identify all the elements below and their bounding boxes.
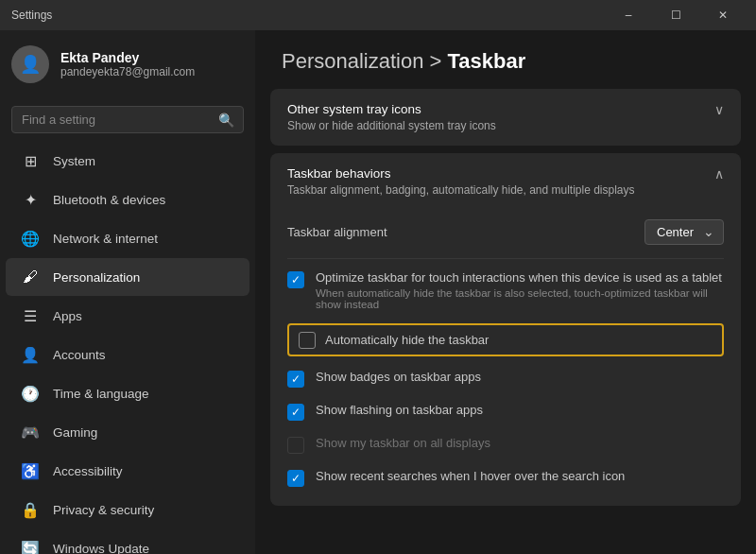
sidebar-item-accounts[interactable]: 👤 Accounts (6, 336, 249, 373)
avatar: 👤 (11, 45, 49, 83)
flashing-row[interactable]: ✓ Show flashing on taskbar apps (287, 395, 724, 428)
sidebar-item-apps[interactable]: ☰ Apps (6, 297, 249, 335)
auto-hide-label: Automatically hide the taskbar (325, 333, 489, 347)
chevron-up-icon: ∧ (714, 166, 724, 182)
sidebar-item-accessibility[interactable]: ♿ Accessibility (6, 452, 249, 490)
user-info: Ekta Pandey pandeyekta78@gmail.com (60, 50, 195, 78)
breadcrumb-parent: Personalization (282, 49, 423, 73)
sidebar-item-label: System (53, 154, 95, 168)
breadcrumb-header: Personalization > Taskbar (255, 30, 756, 89)
breadcrumb-separator: > (430, 49, 448, 73)
system-icon: ⊞ (21, 151, 40, 170)
recent-searches-text: Show recent searches when I hover over t… (316, 469, 625, 483)
alignment-row: Taskbar alignment Left Center (287, 210, 724, 254)
flashing-label: Show flashing on taskbar apps (316, 403, 483, 417)
breadcrumb-current: Taskbar (448, 49, 526, 73)
sidebar-item-label: Privacy & security (53, 503, 154, 517)
all-displays-label: Show my taskbar on all displays (316, 436, 490, 450)
close-button[interactable]: ✕ (701, 0, 745, 30)
sidebar-item-label: Windows Update (53, 542, 149, 555)
accounts-icon: 👤 (21, 345, 40, 364)
network-icon: 🌐 (21, 229, 40, 248)
sidebar-item-update[interactable]: 🔄 Windows Update (6, 529, 249, 554)
all-displays-text: Show my taskbar on all displays (316, 436, 490, 450)
user-email: pandeyekta78@gmail.com (60, 65, 195, 78)
touch-opt-text: Optimize taskbar for touch interactions … (316, 270, 724, 310)
system-tray-section: Other system tray icons Show or hide add… (270, 89, 741, 146)
minimize-button[interactable]: – (607, 0, 650, 30)
title-bar: Settings – ☐ ✕ (0, 0, 756, 30)
auto-hide-checkbox[interactable] (299, 332, 316, 349)
sidebar: 👤 Ekta Pandey pandeyekta78@gmail.com 🔍 ⊞… (0, 30, 255, 554)
search-container: 🔍 (0, 98, 255, 141)
recent-searches-label: Show recent searches when I hover over t… (316, 469, 625, 483)
auto-hide-highlight[interactable]: Automatically hide the taskbar (287, 323, 724, 356)
sidebar-item-label: Accessibility (53, 464, 123, 478)
search-icon: 🔍 (218, 113, 234, 128)
sidebar-item-label: Network & internet (53, 232, 158, 246)
content-area: Personalization > Taskbar Other system t… (255, 30, 756, 554)
recent-searches-row[interactable]: ✓ Show recent searches when I hover over… (287, 461, 724, 494)
sidebar-item-label: Bluetooth & devices (53, 193, 165, 207)
sidebar-item-bluetooth[interactable]: ✦ Bluetooth & devices (6, 181, 249, 218)
sidebar-item-label: Time & language (53, 387, 149, 401)
sidebar-item-system[interactable]: ⊞ System (6, 142, 249, 180)
recent-searches-checkbox[interactable]: ✓ (287, 470, 304, 487)
window-controls: – ☐ ✕ (607, 0, 745, 30)
divider (287, 258, 724, 259)
sidebar-item-label: Gaming (53, 425, 97, 440)
update-icon: 🔄 (21, 539, 40, 554)
system-tray-subtitle: Show or hide additional system tray icon… (287, 119, 496, 132)
apps-icon: ☰ (21, 306, 40, 325)
accessibility-icon: ♿ (21, 461, 40, 480)
time-icon: 🕐 (21, 384, 40, 403)
touch-opt-checkbox[interactable]: ✓ (287, 271, 304, 288)
badges-label: Show badges on taskbar apps (316, 370, 481, 384)
flashing-text: Show flashing on taskbar apps (316, 403, 483, 417)
flashing-checkbox[interactable]: ✓ (287, 404, 304, 421)
app-body: 👤 Ekta Pandey pandeyekta78@gmail.com 🔍 ⊞… (0, 30, 756, 554)
section-header-left: Other system tray icons Show or hide add… (287, 102, 496, 132)
bluetooth-icon: ✦ (21, 190, 40, 209)
taskbar-behaviors-content: Taskbar alignment Left Center ✓ Optimize… (270, 210, 741, 506)
taskbar-behaviors-title: Taskbar behaviors (287, 166, 635, 181)
sidebar-item-time[interactable]: 🕐 Time & language (6, 374, 249, 412)
system-tray-header[interactable]: Other system tray icons Show or hide add… (270, 89, 741, 146)
sidebar-item-privacy[interactable]: 🔒 Privacy & security (6, 491, 249, 528)
touch-opt-sublabel: When automatically hide the taskbar is a… (316, 287, 724, 310)
gaming-icon: 🎮 (21, 423, 40, 441)
alignment-label: Taskbar alignment (287, 225, 387, 239)
touch-opt-label: Optimize taskbar for touch interactions … (316, 270, 724, 285)
badges-row[interactable]: ✓ Show badges on taskbar apps (287, 362, 724, 395)
sidebar-item-label: Personalization (53, 270, 140, 285)
personalization-icon: 🖌 (21, 268, 40, 286)
taskbar-behaviors-header[interactable]: Taskbar behaviors Taskbar alignment, bad… (270, 153, 741, 210)
user-profile[interactable]: 👤 Ekta Pandey pandeyekta78@gmail.com (0, 30, 255, 98)
taskbar-behaviors-subtitle: Taskbar alignment, badging, automaticall… (287, 183, 635, 197)
all-displays-row: Show my taskbar on all displays (287, 428, 724, 461)
maximize-button[interactable]: ☐ (654, 0, 697, 30)
all-displays-checkbox (287, 437, 304, 454)
search-input[interactable] (11, 106, 244, 133)
system-tray-title: Other system tray icons (287, 102, 496, 116)
sidebar-item-label: Apps (53, 309, 82, 323)
taskbar-behaviors-section: Taskbar behaviors Taskbar alignment, bad… (270, 153, 741, 506)
badges-checkbox[interactable]: ✓ (287, 371, 304, 388)
alignment-dropdown-wrap: Left Center (644, 219, 724, 245)
section-header-left: Taskbar behaviors Taskbar alignment, bad… (287, 166, 635, 197)
user-name: Ekta Pandey (60, 50, 195, 65)
touch-opt-row[interactable]: ✓ Optimize taskbar for touch interaction… (287, 263, 724, 318)
breadcrumb: Personalization > Taskbar (282, 49, 525, 73)
chevron-down-icon: ∨ (714, 102, 724, 117)
privacy-icon: 🔒 (21, 500, 40, 519)
sidebar-item-label: Accounts (53, 348, 106, 362)
sidebar-item-gaming[interactable]: 🎮 Gaming (6, 413, 249, 451)
sidebar-item-personalization[interactable]: 🖌 Personalization (6, 258, 249, 296)
nav-list: ⊞ System ✦ Bluetooth & devices 🌐 Network… (0, 141, 255, 554)
app-title: Settings (11, 9, 52, 22)
alignment-dropdown[interactable]: Left Center (644, 219, 724, 245)
badges-text: Show badges on taskbar apps (316, 370, 481, 384)
sidebar-item-network[interactable]: 🌐 Network & internet (6, 219, 249, 257)
